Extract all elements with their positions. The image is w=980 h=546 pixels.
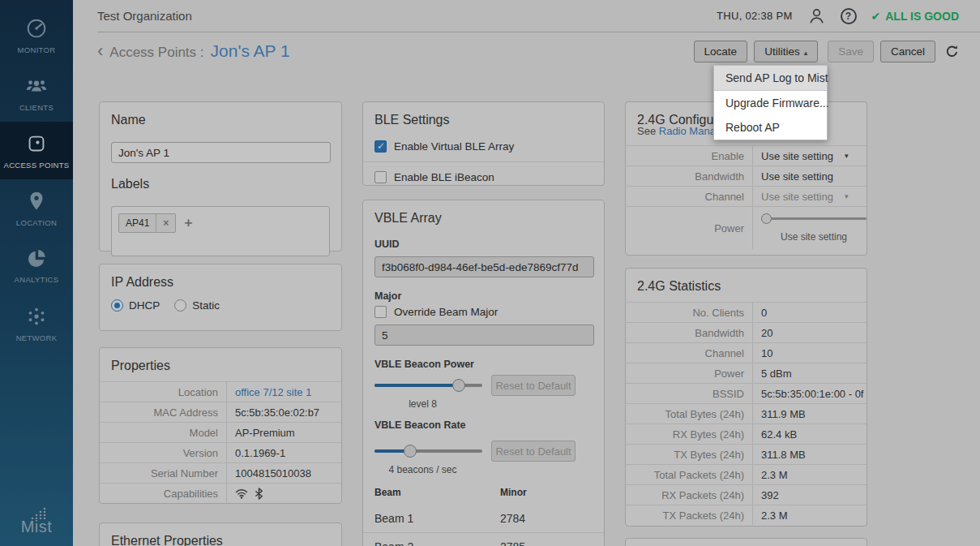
dim-overlay: [0, 0, 980, 546]
menu-item-send-ap-log[interactable]: Send AP Log to Mist: [714, 66, 827, 91]
utilities-dropdown-menu: Send AP Log to Mist Upgrade Firmware... …: [713, 65, 828, 140]
menu-item-upgrade-firmware[interactable]: Upgrade Firmware...: [714, 91, 827, 115]
app-root: MONITOR CLIENTS ACCESS POINTS LOCATION A…: [0, 0, 980, 546]
menu-item-reboot-ap[interactable]: Reboot AP: [714, 115, 827, 140]
